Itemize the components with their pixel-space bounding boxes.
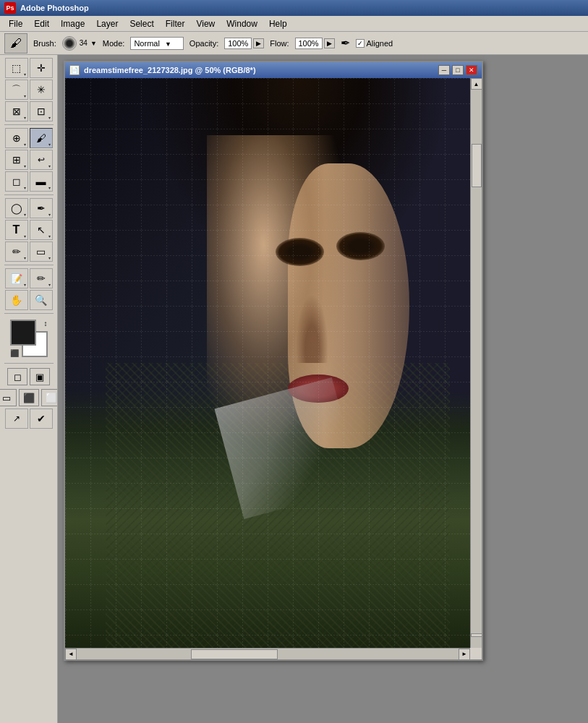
extra-tool[interactable]: ✔ (30, 408, 53, 429)
move-tool[interactable]: ✛ (30, 58, 53, 78)
menu-edit[interactable]: Edit (28, 17, 55, 30)
quick-mask-btn[interactable]: ▣ (30, 368, 50, 385)
gradient-tool[interactable]: ▬ ▾ (30, 171, 53, 192)
swap-colors-icon[interactable]: ↕ (44, 320, 48, 328)
zoom-tool[interactable]: 🔍 (30, 290, 53, 310)
menu-select[interactable]: Select (124, 17, 159, 30)
brush-size-value: 34 (80, 39, 88, 47)
lasso-tool[interactable]: ⌒ ▾ (5, 80, 28, 100)
canvas-area: 📄 dreamstimefree_2127328.jpg @ 50% (RGB/… (58, 55, 588, 723)
standard-mode-icon: ◻ (14, 372, 22, 382)
airbrush-toggle[interactable]: ✒ (341, 36, 350, 50)
crop-tool[interactable]: ⊠ ▾ (5, 101, 28, 121)
flow-control[interactable]: 100% ▶ (295, 38, 335, 49)
opacity-value[interactable]: 100% (224, 38, 252, 49)
resize-corner[interactable] (470, 636, 482, 648)
path-selection-icon: ↖ (37, 224, 46, 236)
reset-colors-icon[interactable]: ⬛ (10, 349, 19, 357)
menu-filter[interactable]: Filter (160, 17, 191, 30)
slice-tool[interactable]: ⊡ ▾ (30, 101, 53, 121)
aligned-checkbox[interactable]: ✓ (356, 39, 365, 48)
brush-selector[interactable]: 34 ▼ (62, 36, 97, 51)
quick-mask-buttons: ◻ ▣ (7, 368, 50, 385)
flow-arrow[interactable]: ▶ (324, 38, 335, 48)
menu-view[interactable]: View (190, 17, 221, 30)
healing-tool[interactable]: ⊕ ▾ (5, 128, 28, 148)
pen-path-tool[interactable]: ✏ ▾ (5, 241, 28, 262)
text-tool[interactable]: T ▾ (5, 220, 28, 240)
screen-mode-nomenu[interactable]: ⬜ (41, 389, 59, 406)
restore-button[interactable]: □ (452, 65, 464, 75)
menu-file[interactable]: File (3, 17, 28, 30)
tool-row-11: ✋ 🔍 (5, 290, 53, 310)
pen-tool-btn[interactable]: ✒ ▾ (30, 198, 53, 218)
screen-nomenu-icon: ⬜ (46, 393, 57, 403)
path-selection-tool[interactable]: ↖ ▾ (30, 220, 53, 240)
toolbox-separator-4 (4, 313, 54, 314)
scroll-track-vertical[interactable] (471, 90, 482, 633)
shape-tool[interactable]: ▭ ▾ (30, 241, 53, 262)
document-title-bar[interactable]: 📄 dreamstimefree_2127328.jpg @ 50% (RGB/… (65, 62, 482, 78)
tool-row-5: ⊞ ▾ ↩ ▾ (5, 150, 53, 170)
tool-row-7: ◯ ▾ ✒ ▾ (5, 198, 53, 218)
hand-tool[interactable]: ✋ (5, 290, 28, 310)
magic-wand-tool[interactable]: ✳ (30, 80, 53, 100)
scroll-up-arrow[interactable]: ▲ (471, 78, 482, 90)
slice-icon: ⊡ (37, 106, 46, 117)
horizontal-scrollbar[interactable]: ◄ ► (65, 648, 470, 659)
hand-icon: ✋ (10, 294, 22, 306)
history-brush-tool[interactable]: ↩ ▾ (30, 150, 53, 170)
toolbox: ⬚ ▾ ✛ ⌒ ▾ ✳ ⊠ ▾ ⊡ ▾ (0, 55, 58, 723)
crop-arrow: ▾ (24, 115, 26, 120)
photo-layer (65, 78, 470, 648)
opacity-control[interactable]: 100% ▶ (224, 38, 264, 49)
vertical-scrollbar[interactable]: ▲ ▼ (470, 78, 482, 645)
tool-row-3: ⊠ ▾ ⊡ ▾ (5, 101, 53, 121)
scroll-right-arrow[interactable]: ► (459, 649, 470, 660)
standard-mode-btn[interactable]: ◻ (7, 368, 27, 385)
mode-value: Normal (134, 39, 159, 48)
extra-icon: ✔ (37, 413, 46, 424)
scroll-track-horizontal[interactable] (77, 649, 459, 659)
menu-image[interactable]: Image (55, 17, 90, 30)
notes-tool[interactable]: 📝 ▾ (5, 268, 28, 288)
eraser-tool[interactable]: ◻ ▾ (5, 171, 28, 192)
flow-value[interactable]: 100% (295, 38, 323, 49)
jump-to-imageready[interactable]: ↗ (5, 408, 28, 429)
close-button[interactable]: ✕ (466, 65, 477, 75)
marquee-tool[interactable]: ⬚ ▾ (5, 58, 28, 78)
aligned-label: Aligned (367, 39, 393, 48)
menu-window[interactable]: Window (221, 17, 263, 30)
mode-dropdown[interactable]: Normal ▼ (130, 37, 183, 50)
notes-arrow: ▾ (24, 282, 26, 287)
screen-mode-full[interactable]: ⬛ (19, 389, 39, 406)
scroll-thumb-horizontal[interactable] (191, 649, 278, 659)
foreground-color-swatch[interactable] (10, 320, 36, 346)
opacity-label: Opacity: (189, 39, 218, 48)
minimize-button[interactable]: ─ (438, 65, 450, 75)
clone-tool[interactable]: ⊞ ▾ (5, 150, 28, 170)
dodge-tool[interactable]: ◯ ▾ (5, 198, 28, 218)
history-brush-icon: ↩ (38, 155, 45, 165)
eye-right (336, 232, 385, 260)
brush-dropdown-arrow[interactable]: ▼ (90, 40, 97, 47)
tool-row-6: ◻ ▾ ▬ ▾ (5, 171, 53, 192)
notes-icon: 📝 (11, 273, 22, 284)
eyedropper-tool[interactable]: ✏ ▾ (30, 268, 53, 288)
brush-tool[interactable]: 🖌 ▾ (30, 128, 53, 148)
screen-mode-standard[interactable]: ▭ (0, 389, 17, 406)
menu-layer[interactable]: Layer (90, 17, 124, 30)
gradient-arrow: ▾ (48, 185, 51, 190)
scroll-left-arrow[interactable]: ◄ (65, 649, 77, 660)
aligned-option: ✓ Aligned (356, 39, 393, 48)
quick-mask-icon: ▣ (35, 372, 44, 382)
crop-icon: ⊠ (12, 106, 21, 117)
slice-arrow: ▾ (48, 115, 51, 120)
scroll-thumb-vertical[interactable] (472, 144, 482, 187)
opacity-arrow[interactable]: ▶ (253, 38, 264, 48)
canvas-image[interactable] (65, 78, 470, 648)
menu-help[interactable]: Help (263, 17, 293, 30)
eraser-arrow: ▾ (24, 185, 26, 190)
tool-row-9: ✏ ▾ ▭ ▾ (5, 241, 53, 262)
doc-file-icon: 📄 (69, 65, 80, 75)
